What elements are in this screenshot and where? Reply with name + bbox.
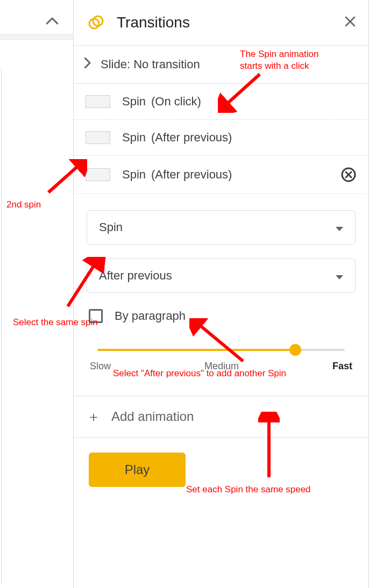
animation-row[interactable]: Spin (On click) xyxy=(74,84,368,120)
animation-name: Spin xyxy=(122,95,146,109)
play-button[interactable]: Play xyxy=(89,453,186,487)
animation-trigger: (After previous) xyxy=(151,131,232,145)
object-thumbnail xyxy=(86,131,110,144)
remove-animation-icon[interactable] xyxy=(340,167,357,183)
speed-slow-label: Slow xyxy=(90,361,111,372)
animation-name: Spin xyxy=(122,168,146,182)
by-paragraph-checkbox[interactable] xyxy=(89,309,103,323)
toolbar-strip xyxy=(0,34,73,40)
divider xyxy=(1,69,2,585)
plus-icon: ＋ xyxy=(87,410,101,424)
effect-dropdown-value: Spin xyxy=(99,220,123,234)
panel-title: Transitions xyxy=(117,14,345,31)
by-paragraph-label: By paragraph xyxy=(115,309,186,323)
play-label: Play xyxy=(125,462,150,477)
close-icon[interactable] xyxy=(345,15,356,30)
animation-row-selected[interactable]: Spin (After previous) xyxy=(74,156,368,194)
chevron-right-icon xyxy=(84,58,91,71)
animation-trigger: (On click) xyxy=(151,95,201,109)
by-paragraph-row[interactable]: By paragraph xyxy=(87,309,356,323)
object-thumbnail xyxy=(86,95,110,108)
speed-fast-label: Fast xyxy=(332,361,352,372)
slide-transition-row[interactable]: Slide: No transition xyxy=(74,46,368,84)
speed-slider[interactable] xyxy=(87,349,356,351)
trigger-dropdown[interactable]: After previous xyxy=(87,259,356,293)
animation-row[interactable]: Spin (After previous) xyxy=(74,120,368,156)
slider-thumb[interactable] xyxy=(289,344,301,356)
slide-transition-label: Slide: No transition xyxy=(101,58,200,71)
add-animation-button[interactable]: ＋ Add animation xyxy=(74,396,368,438)
object-thumbnail xyxy=(86,168,110,181)
caret-down-icon xyxy=(336,269,343,283)
transitions-panel: Transitions Slide: No transition Spin (O… xyxy=(73,0,369,588)
add-animation-label: Add animation xyxy=(111,409,194,424)
panel-header: Transitions xyxy=(74,0,368,46)
speed-labels: Slow Medium Fast xyxy=(87,361,356,372)
transitions-icon xyxy=(88,14,105,31)
effect-dropdown[interactable]: Spin xyxy=(87,210,356,245)
caret-down-icon xyxy=(336,220,343,234)
animation-trigger: (After previous) xyxy=(151,168,232,182)
animation-detail: Spin After previous By paragraph Slow Me… xyxy=(74,194,368,372)
collapse-chevron-icon[interactable] xyxy=(46,13,58,27)
animation-name: Spin xyxy=(122,131,146,145)
trigger-dropdown-value: After previous xyxy=(99,269,172,283)
speed-medium-label: Medium xyxy=(204,361,239,372)
